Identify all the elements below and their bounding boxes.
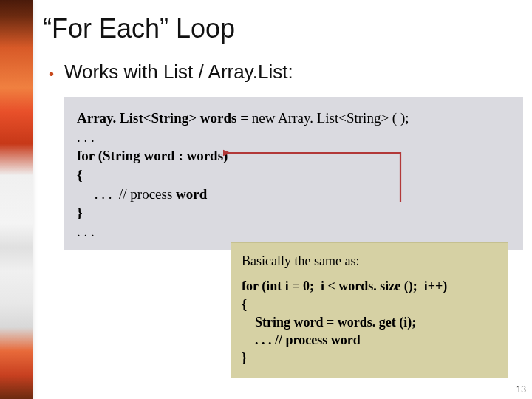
bullet-item: • Works with List / Array.List: [49, 61, 525, 83]
code-fragment: new [252, 110, 276, 126]
page-number: 13 [516, 384, 526, 395]
code-line: . . . [77, 222, 510, 242]
code-line: { [242, 296, 497, 313]
code-line: } [242, 349, 497, 366]
accent-stripe [0, 0, 33, 399]
code-line: String word = words. get (i); [242, 313, 497, 331]
code-line: { [77, 166, 510, 185]
slide-title: “For Each” Loop [43, 13, 525, 44]
code-line: . . . // process word [242, 331, 497, 349]
bullet-marker: • [49, 66, 54, 81]
bullet-text: Works with List / Array.List: [64, 61, 293, 83]
code-line: for (int i = 0; i < words. size (); i++) [242, 277, 497, 295]
code-fragment: word [176, 186, 207, 202]
code-line: . . . // process word [77, 185, 510, 204]
explanation-text: Basically the same as: [242, 252, 497, 270]
code-line: for (String word : words) [77, 146, 510, 166]
code-line: } [77, 203, 510, 222]
code-fragment: Array. List<String> words = [77, 110, 252, 126]
code-line: . . . [77, 128, 510, 147]
code-fragment: Array. List<String> ( ); [275, 110, 409, 126]
code-block-equivalent: Basically the same as: for (int i = 0; i… [231, 242, 508, 378]
code-block-foreach: Array. List<String> words = new Array. L… [64, 97, 523, 250]
slide-content: “For Each” Loop • Works with List / Arra… [43, 13, 525, 250]
code-fragment: . . . // process [77, 186, 176, 202]
code-line: Array. List<String> words = new Array. L… [77, 109, 510, 128]
